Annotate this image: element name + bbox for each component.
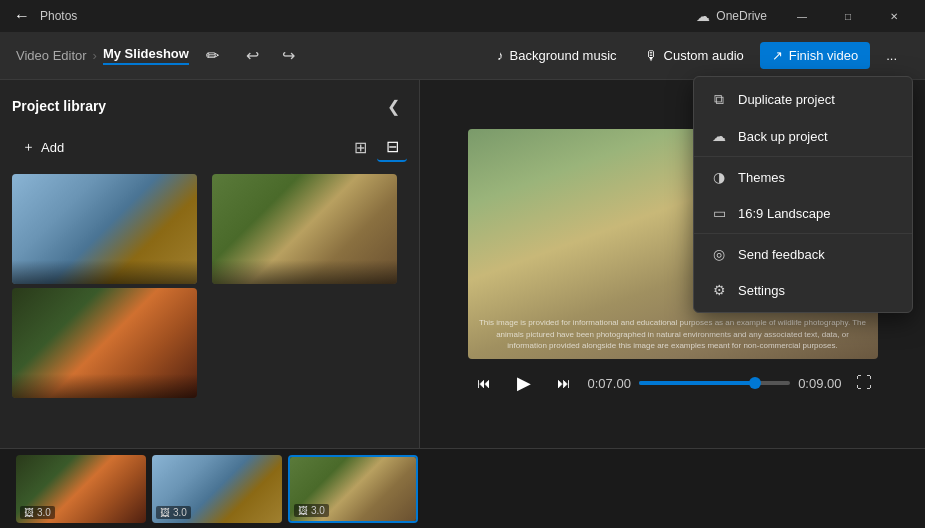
timeline-item-3[interactable]: 🖼 3.0: [288, 455, 418, 523]
menu-divider-1: [694, 156, 912, 157]
step-back-button[interactable]: ⏮: [468, 367, 500, 399]
onedrive-label: OneDrive: [716, 9, 767, 23]
timeline-label-1: 🖼 3.0: [20, 506, 55, 519]
feedback-label: Send feedback: [738, 247, 825, 262]
pencil-icon: ✏: [206, 46, 219, 65]
fullscreen-icon: ⛶: [856, 374, 872, 392]
progress-thumb[interactable]: [749, 377, 761, 389]
media-item-tigers[interactable]: [12, 288, 197, 398]
thumb-overlay-2: [212, 260, 397, 284]
timeline-label-3: 🖼 3.0: [294, 504, 329, 517]
progress-fill: [639, 381, 755, 385]
feedback-icon: ◎: [710, 246, 728, 262]
breadcrumb-parent[interactable]: Video Editor: [16, 48, 87, 63]
app-title: Photos: [40, 9, 77, 23]
grid-view-large-button[interactable]: ⊟: [377, 132, 407, 162]
themes-icon: ◑: [710, 169, 728, 185]
sidebar-header: Project library ❮: [12, 92, 407, 120]
breadcrumb-separator: ›: [93, 48, 97, 63]
redo-button[interactable]: ↪: [273, 40, 305, 72]
undo-button[interactable]: ↩: [237, 40, 269, 72]
audio-icon: 🎙: [645, 48, 658, 63]
total-time: 0:09.00: [798, 376, 841, 391]
redo-icon: ↪: [282, 46, 295, 65]
custom-audio-button[interactable]: 🎙 Custom audio: [633, 42, 756, 69]
playback-controls: ⏮ ▶ ⏭ 0:07.00 0:09.00 ⛶: [468, 367, 878, 399]
settings-label: Settings: [738, 283, 785, 298]
play-pause-button[interactable]: ▶: [508, 367, 540, 399]
menu-duplicate-project[interactable]: ⧉ Duplicate project: [694, 81, 912, 118]
landscape-label: 16:9 Landscape: [738, 206, 831, 221]
menu-divider-2: [694, 233, 912, 234]
settings-icon: ⚙: [710, 282, 728, 298]
step-back-icon: ⏮: [477, 375, 491, 391]
timeline-item-1[interactable]: 🖼 3.0: [16, 455, 146, 523]
timeline-label-2: 🖼 3.0: [156, 506, 191, 519]
titlebar: ← Photos ☁ OneDrive — □ ✕: [0, 0, 925, 32]
video-caption: This image is provided for informational…: [468, 317, 878, 351]
collapse-sidebar-button[interactable]: ❮: [379, 92, 407, 120]
back-button[interactable]: ←: [8, 2, 36, 30]
background-music-button[interactable]: ♪ Background music: [485, 42, 628, 69]
menu-send-feedback[interactable]: ◎ Send feedback: [694, 236, 912, 272]
sidebar-title: Project library: [12, 98, 106, 114]
step-forward-button[interactable]: ⏭: [548, 367, 580, 399]
media-item-cubs[interactable]: [212, 174, 397, 284]
project-library: Project library ❮ ＋ Add ⊞ ⊟: [0, 80, 420, 448]
close-button[interactable]: ✕: [871, 0, 917, 32]
landscape-icon: ▭: [710, 205, 728, 221]
grid-small-icon: ⊞: [354, 138, 367, 157]
view-toggle: ⊞ ⊟: [345, 132, 407, 162]
menu-landscape[interactable]: ▭ 16:9 Landscape: [694, 195, 912, 231]
grid-large-icon: ⊟: [386, 137, 399, 156]
backup-label: Back up project: [738, 129, 828, 144]
thumb-overlay-3: [12, 374, 197, 398]
dropdown-menu: ⧉ Duplicate project ☁ Back up project ◑ …: [693, 76, 913, 313]
media-grid: [12, 174, 407, 398]
backup-icon: ☁: [710, 128, 728, 144]
maximize-button[interactable]: □: [825, 0, 871, 32]
minimize-button[interactable]: —: [779, 0, 825, 32]
grid-view-small-button[interactable]: ⊞: [345, 132, 375, 162]
onedrive-area: ☁ OneDrive: [696, 8, 767, 24]
menu-settings[interactable]: ⚙ Settings: [694, 272, 912, 308]
add-media-button[interactable]: ＋ Add: [12, 132, 74, 162]
step-forward-icon: ⏭: [557, 375, 571, 391]
sidebar-toolbar: ＋ Add ⊞ ⊟: [12, 132, 407, 162]
back-icon: ←: [14, 7, 30, 25]
image-icon-2: 🖼: [160, 507, 170, 518]
themes-label: Themes: [738, 170, 785, 185]
undo-icon: ↩: [246, 46, 259, 65]
plus-icon: ＋: [22, 138, 35, 156]
image-icon-3: 🖼: [298, 505, 308, 516]
menu-backup-project[interactable]: ☁ Back up project: [694, 118, 912, 154]
custom-audio-label: Custom audio: [664, 48, 744, 63]
timeline-item-2[interactable]: 🖼 3.0: [152, 455, 282, 523]
chevron-left-icon: ❮: [387, 97, 400, 116]
play-icon: ▶: [517, 372, 531, 394]
menu-themes[interactable]: ◑ Themes: [694, 159, 912, 195]
onedrive-icon: ☁: [696, 8, 710, 24]
current-time: 0:07.00: [588, 376, 631, 391]
finish-video-label: Finish video: [789, 48, 858, 63]
edit-title-button[interactable]: ✏: [197, 40, 229, 72]
breadcrumb-current: My Slideshow: [103, 46, 189, 65]
breadcrumb: Video Editor › My Slideshow: [16, 46, 189, 65]
more-options-button[interactable]: ...: [874, 42, 909, 69]
progress-bar[interactable]: [639, 381, 790, 385]
music-icon: ♪: [497, 48, 504, 63]
more-icon: ...: [886, 48, 897, 63]
duplicate-label: Duplicate project: [738, 92, 835, 107]
duration-2: 3.0: [173, 507, 187, 518]
media-item-wolves[interactable]: [12, 174, 197, 284]
fullscreen-button[interactable]: ⛶: [850, 369, 878, 397]
image-icon-1: 🖼: [24, 507, 34, 518]
duration-1: 3.0: [37, 507, 51, 518]
finish-video-button[interactable]: ↗ Finish video: [760, 42, 870, 69]
background-music-label: Background music: [510, 48, 617, 63]
toolbar: Video Editor › My Slideshow ✏ ↩ ↪ ♪ Back…: [0, 32, 925, 80]
window-controls: — □ ✕: [779, 0, 917, 32]
duration-3: 3.0: [311, 505, 325, 516]
duplicate-icon: ⧉: [710, 91, 728, 108]
thumb-overlay: [12, 260, 197, 284]
